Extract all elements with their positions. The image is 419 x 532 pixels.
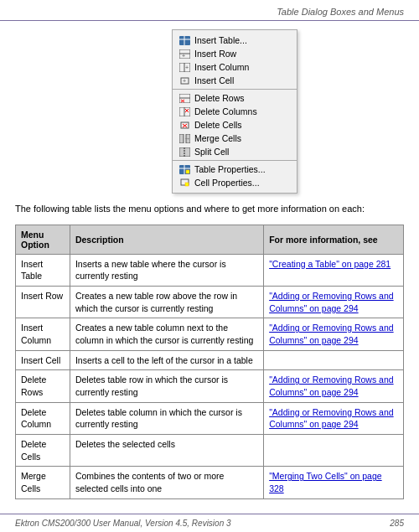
split-icon: [178, 146, 191, 158]
table-header-row: Menu Option Description For more informa…: [16, 225, 404, 254]
menu-item-delete-rows: Delete Rows: [173, 91, 297, 105]
table-row: Delete CellsDeletes the selected cells: [16, 435, 404, 467]
menu-item-delete-cells: Delete Cells: [173, 118, 297, 132]
page-header: Table Dialog Boxes and Menus: [0, 0, 419, 21]
menu-label-delete-rows: Delete Rows: [194, 93, 245, 103]
cell-properties-icon: [178, 177, 191, 189]
cell-description: Creates a new table row above the row in…: [70, 286, 263, 318]
more-info-link[interactable]: "Adding or Removing Rows and Columns" on…: [269, 407, 393, 430]
table-row: Insert RowCreates a new table row above …: [16, 286, 404, 318]
row-icon: +: [178, 48, 191, 59]
menu-item-insert-row: + Insert Row: [173, 47, 297, 60]
menu-item-delete-columns: Delete Columns: [173, 105, 297, 118]
cell-menu-option: Insert Column: [16, 318, 70, 350]
cell-menu-option: Merge Cells: [16, 467, 70, 498]
cell-menu-option: Insert Table: [16, 254, 70, 286]
info-table: Menu Option Description For more informa…: [15, 225, 404, 499]
more-info-link[interactable]: "Adding or Removing Rows and Columns" on…: [269, 291, 393, 313]
menu-label-delete-cells: Delete Cells: [194, 120, 242, 130]
menu-image: Insert Table... + Insert Row + Insert Co…: [65, 29, 404, 194]
svg-rect-32: [185, 183, 189, 186]
more-info-link[interactable]: "Adding or Removing Rows and Columns" on…: [269, 374, 393, 397]
delete-rows-icon: [178, 92, 191, 104]
cell-menu-option: Insert Row: [16, 286, 70, 318]
menu-item-insert-table: Insert Table...: [173, 34, 297, 47]
table-row: Delete RowsDeletes table row in which th…: [16, 370, 404, 402]
menu-item-cell-properties: Cell Properties...: [173, 176, 297, 189]
merge-icon: →: [178, 132, 191, 144]
menu-label-cell-properties: Cell Properties...: [194, 178, 260, 188]
svg-text:+: +: [182, 53, 185, 59]
table-properties-icon: [178, 163, 191, 175]
svg-text:+: +: [185, 65, 189, 70]
cell-more-info: "Adding or Removing Rows and Columns" on…: [264, 370, 404, 402]
cell-more-info: "Adding or Removing Rows and Columns" on…: [264, 402, 404, 434]
separator-2: [173, 160, 297, 161]
table-row: Insert ColumnCreates a new table column …: [16, 318, 404, 350]
cell-description: Combines the contents of two or more sel…: [70, 467, 263, 498]
cell-more-info: "Merging Two Cells" on page 328: [264, 467, 404, 498]
col-header-menu-option: Menu Option: [16, 225, 70, 254]
cell-more-info: [264, 350, 404, 370]
menu-label-insert-row: Insert Row: [194, 49, 236, 59]
table-row: Insert TableInserts a new table where th…: [16, 254, 404, 286]
separator-1: [173, 89, 297, 90]
menu-label-table-properties: Table Properties...: [194, 164, 266, 174]
footer-left: Ektron CMS200/300 User Manual, Version 4…: [15, 519, 231, 528]
menu-item-table-properties: Table Properties...: [173, 163, 297, 176]
menu-item-merge-cells: → Merge Cells: [173, 132, 297, 145]
menu-label-merge-cells: Merge Cells: [194, 133, 241, 143]
cell-menu-option: Delete Cells: [16, 435, 70, 467]
menu-item-insert-cell: + Insert Cell: [173, 74, 297, 87]
cell-menu-option: Delete Column: [16, 402, 70, 434]
footer-right: 285: [390, 519, 404, 528]
more-info-link[interactable]: "Creating a Table" on page 281: [269, 259, 391, 269]
menu-item-split-cell: Split Cell: [173, 145, 297, 158]
cell-more-info: "Adding or Removing Rows and Columns" on…: [264, 286, 404, 318]
cell-description: Inserts a cell to the left of the cursor…: [70, 350, 263, 370]
table-icon: [178, 34, 191, 46]
more-info-link[interactable]: "Merging Two Cells" on page 328: [269, 471, 382, 493]
col-header-description: Description: [70, 225, 263, 254]
cell-description: Deletes table column in which the cursor…: [70, 402, 263, 434]
cell-description: Deletes the selected cells: [70, 435, 263, 467]
svg-text:→: →: [184, 135, 190, 142]
delete-columns-icon: [178, 106, 191, 117]
menu-label-insert-cell: Insert Cell: [194, 75, 234, 85]
intro-text: The following table lists the menu optio…: [15, 202, 404, 216]
cell-description: Deletes table row in which the cursor is…: [70, 370, 263, 402]
menu-item-insert-column: + Insert Column: [173, 60, 297, 74]
menu-label-delete-columns: Delete Columns: [194, 106, 257, 116]
table-row: Delete ColumnDeletes table column in whi…: [16, 402, 404, 434]
menu-label-split-cell: Split Cell: [194, 147, 229, 157]
table-row: Merge CellsCombines the contents of two …: [16, 467, 404, 498]
main-content: Insert Table... + Insert Row + Insert Co…: [0, 29, 419, 499]
cell-icon: +: [178, 75, 191, 86]
cell-more-info: "Creating a Table" on page 281: [264, 254, 404, 286]
page-title: Table Dialog Boxes and Menus: [277, 7, 404, 17]
svg-text:+: +: [183, 78, 186, 84]
cell-menu-option: Delete Rows: [16, 370, 70, 402]
menu-label-insert-column: Insert Column: [194, 62, 249, 72]
delete-cells-icon: [178, 119, 191, 131]
col-header-more-info: For more information, see: [264, 225, 404, 254]
page-footer: Ektron CMS200/300 User Manual, Version 4…: [0, 514, 419, 532]
context-menu: Insert Table... + Insert Row + Insert Co…: [172, 29, 297, 194]
menu-label-insert-table: Insert Table...: [194, 35, 247, 45]
cell-menu-option: Insert Cell: [16, 350, 70, 370]
col-icon: +: [178, 61, 191, 73]
cell-more-info: [264, 435, 404, 467]
cell-more-info: "Adding or Removing Rows and Columns" on…: [264, 318, 404, 350]
more-info-link[interactable]: "Adding or Removing Rows and Columns" on…: [269, 323, 393, 345]
table-row: Insert CellInserts a cell to the left of…: [16, 350, 404, 370]
cell-description: Inserts a new table where the cursor is …: [70, 254, 263, 286]
cell-description: Creates a new table column next to the c…: [70, 318, 263, 350]
svg-rect-30: [186, 170, 189, 173]
